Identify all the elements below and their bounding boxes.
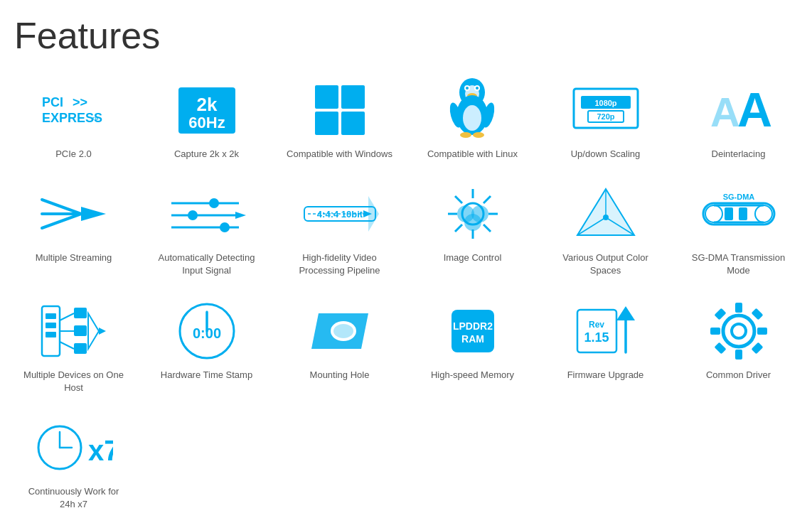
mounting-label: Mounting Hole — [310, 369, 370, 382]
feature-streaming: Multiple Streaming — [7, 175, 140, 284]
svg-text:PCI: PCI — [42, 95, 63, 109]
colorspaces-label: Various Output Color Spaces — [552, 252, 659, 277]
capture2k-label: Capture 2k x 2k — [174, 148, 239, 161]
svg-rect-83 — [74, 343, 87, 354]
svg-point-23 — [473, 132, 484, 138]
feature-timestamp: 0:00 Hardware Time Stamp — [140, 292, 273, 401]
imagecontrol-label: Image Control — [444, 252, 502, 264]
feature-mounting: Mounting Hole — [273, 292, 406, 401]
svg-point-92 — [333, 324, 353, 338]
svg-rect-10 — [341, 112, 365, 135]
svg-text:A: A — [710, 89, 740, 135]
svg-point-39 — [188, 210, 198, 220]
svg-point-41 — [220, 222, 230, 232]
svg-point-37 — [209, 198, 219, 208]
capture2k-icon: 2k 60Hz — [168, 78, 246, 142]
svg-rect-107 — [714, 308, 726, 320]
svg-line-80 — [60, 342, 74, 349]
feature-continuous: x7 Continuously Work for 24h x7 — [7, 409, 140, 508]
svg-point-101 — [723, 315, 754, 347]
streaming-label: Multiple Streaming — [36, 252, 112, 264]
svg-rect-71 — [725, 207, 733, 220]
driver-label: Common Driver — [706, 369, 771, 382]
feature-driver: Common Driver — [672, 292, 805, 401]
linux-label: Compatible with Linux — [427, 148, 518, 161]
memory-icon: LPDDR2 RAM — [434, 299, 512, 363]
sgdma-label: SG-DMA Transmission Mode — [685, 252, 792, 277]
multidevice-label: Multiple Devices on One Host — [21, 369, 127, 394]
firmware-icon: Rev 1.15 — [567, 299, 645, 363]
page-title: Features — [0, 0, 812, 64]
feature-imagecontrol: Image Control — [406, 175, 539, 284]
features-grid: PCI >> EXPRESS ™ PCIe 2.0 2k 60Hz Captur… — [0, 64, 812, 508]
feature-memory: LPDDR2 RAM High-speed Memory — [406, 292, 539, 401]
svg-rect-82 — [74, 325, 87, 336]
windows-label: Compatible with Windows — [287, 148, 392, 161]
feature-capture2k: 2k 60Hz Capture 2k x 2k — [140, 71, 273, 168]
svg-rect-77 — [46, 332, 56, 337]
svg-text:60Hz: 60Hz — [188, 114, 225, 131]
timestamp-label: Hardware Time Stamp — [161, 369, 252, 382]
feature-firmware: Rev 1.15 Firmware Upgrade — [539, 292, 672, 401]
svg-text:™: ™ — [92, 116, 99, 124]
svg-line-56 — [455, 225, 462, 232]
svg-line-54 — [484, 225, 491, 232]
mounting-icon — [301, 299, 379, 363]
svg-point-15 — [466, 87, 469, 90]
svg-point-16 — [476, 87, 479, 90]
svg-point-67 — [705, 205, 722, 222]
svg-text:RAM: RAM — [461, 333, 484, 345]
svg-marker-85 — [99, 328, 106, 335]
svg-text:A: A — [737, 85, 772, 135]
feature-autosignal: Automatically Detecting Input Signal — [140, 175, 273, 284]
svg-line-32 — [42, 200, 81, 214]
scaling-icon: 1080p 720p — [567, 78, 645, 142]
pcie-icon: PCI >> EXPRESS ™ — [35, 78, 113, 142]
svg-rect-8 — [341, 85, 365, 109]
memory-label: High-speed Memory — [431, 369, 514, 382]
svg-line-78 — [60, 313, 74, 320]
svg-rect-81 — [74, 308, 87, 318]
svg-rect-75 — [46, 313, 56, 319]
svg-text:1080p: 1080p — [594, 99, 616, 107]
colorspaces-icon — [567, 182, 645, 246]
svg-rect-103 — [735, 303, 742, 313]
svg-marker-42 — [235, 212, 246, 219]
scaling-label: Up/down Scaling — [571, 148, 641, 161]
firmware-label: Firmware Upgrade — [567, 369, 644, 382]
windows-icon — [301, 78, 379, 142]
continuous-label: Continuously Work for 24h x7 — [21, 485, 127, 508]
svg-text:>>: >> — [73, 95, 87, 109]
svg-rect-9 — [315, 112, 338, 135]
multidevice-icon — [35, 299, 113, 363]
svg-line-55 — [484, 196, 491, 203]
svg-rect-106 — [757, 328, 767, 335]
svg-rect-108 — [751, 308, 763, 320]
svg-marker-100 — [616, 306, 635, 320]
feature-linux: Compatible with Linux — [406, 71, 539, 168]
sgdma-icon: SG-DMA — [700, 182, 778, 246]
svg-point-68 — [755, 205, 772, 222]
svg-line-34 — [42, 214, 81, 228]
feature-windows: Compatible with Windows — [273, 71, 406, 168]
svg-line-53 — [455, 196, 462, 203]
timestamp-icon: 0:00 — [168, 299, 246, 363]
svg-text:x7: x7 — [88, 435, 113, 466]
svg-rect-105 — [710, 328, 720, 335]
feature-sgdma: SG-DMA SG-DMA Transmission Mode — [672, 175, 805, 284]
pipeline-icon: 4:4:4 10bit — [301, 182, 379, 246]
feature-multidevice: Multiple Devices on One Host — [7, 292, 140, 401]
pcie-label: PCIe 2.0 — [55, 148, 92, 161]
svg-text:SG-DMA: SG-DMA — [722, 193, 754, 201]
autosignal-label: Automatically Detecting Input Signal — [154, 252, 260, 277]
feature-deinterlacing: A A A Deinterlacing — [672, 71, 805, 168]
svg-rect-72 — [739, 207, 747, 220]
svg-text:1.15: 1.15 — [584, 330, 609, 345]
svg-rect-110 — [751, 342, 763, 354]
feature-pipeline: 4:4:4 10bit High-fidelity Video Processi… — [273, 175, 406, 284]
svg-point-19 — [463, 105, 481, 131]
svg-marker-84 — [88, 313, 99, 349]
svg-rect-104 — [735, 350, 742, 360]
svg-text:LPDDR2: LPDDR2 — [452, 320, 492, 332]
svg-marker-35 — [81, 207, 106, 221]
